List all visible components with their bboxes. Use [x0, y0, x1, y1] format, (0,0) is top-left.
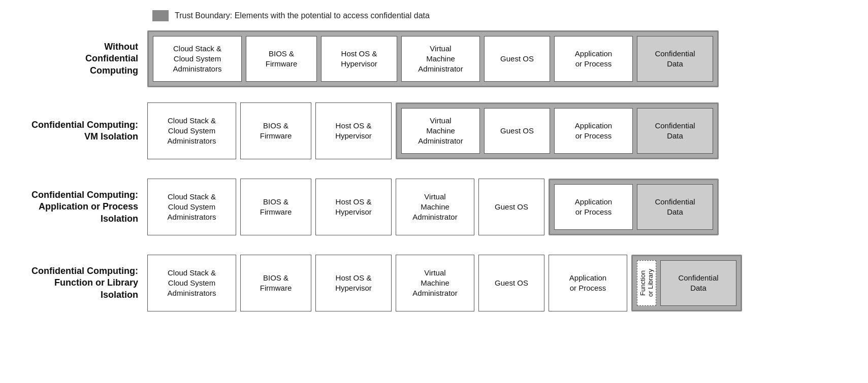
cell-funclib: Functionor Library [637, 260, 656, 306]
cell-cloud: Cloud Stack &Cloud SystemAdministrators [147, 179, 236, 235]
cell-app: Applicationor Process [554, 184, 633, 230]
row-content-3: Cloud Stack &Cloud SystemAdministratorsB… [147, 251, 853, 316]
outside-boundary: Cloud Stack &Cloud SystemAdministratorsB… [147, 179, 544, 235]
diagram-row-1: Confidential Computing:VM IsolationCloud… [15, 98, 853, 163]
trust-boundary-full: Cloud Stack &Cloud SystemAdministratorsB… [147, 30, 719, 87]
row-label-0: WithoutConfidentialComputing [15, 41, 147, 77]
row-label-3: Confidential Computing:Function or Libra… [15, 265, 147, 301]
cell-bios: BIOS &Firmware [240, 102, 311, 159]
outside-boundary: Cloud Stack &Cloud SystemAdministratorsB… [147, 255, 627, 311]
cell-hostos: Host OS &Hypervisor [315, 102, 392, 159]
cell-guestos: Guest OS [478, 179, 544, 235]
outside-boundary: Cloud Stack &Cloud SystemAdministratorsB… [147, 102, 392, 159]
func-library-row: Cloud Stack &Cloud SystemAdministratorsB… [147, 251, 742, 316]
diagram-container: WithoutConfidentialComputingCloud Stack … [15, 30, 853, 316]
cell-vm: VirtualMachineAdministrator [401, 108, 480, 154]
cell-guestos: Guest OS [484, 36, 550, 82]
diagram-row-2: Confidential Computing:Application or Pr… [15, 175, 853, 239]
partial-row: Cloud Stack &Cloud SystemAdministratorsB… [147, 98, 719, 163]
row-label-1: Confidential Computing:VM Isolation [15, 119, 147, 143]
cell-confdata: ConfidentialData [637, 36, 713, 82]
cell-guestos: Guest OS [478, 255, 544, 311]
cell-cloud: Cloud Stack &Cloud SystemAdministrators [147, 255, 236, 311]
partial-row: Cloud Stack &Cloud SystemAdministratorsB… [147, 175, 719, 239]
diagram-row-3: Confidential Computing:Function or Libra… [15, 251, 853, 316]
func-library-boundary: Functionor LibraryConfidentialData [631, 255, 742, 311]
cell-hostos: Host OS &Hypervisor [315, 179, 392, 235]
cell-vm: VirtualMachineAdministrator [396, 255, 474, 311]
cell-app: Applicationor Process [554, 108, 633, 154]
row-content-0: Cloud Stack &Cloud SystemAdministratorsB… [147, 30, 853, 87]
cell-cloud: Cloud Stack &Cloud SystemAdministrators [147, 102, 236, 159]
cell-bios: BIOS &Firmware [246, 36, 317, 82]
diagram-row-0: WithoutConfidentialComputingCloud Stack … [15, 30, 853, 87]
cell-confdata: ConfidentialData [637, 108, 713, 154]
cell-cloud: Cloud Stack &Cloud SystemAdministrators [153, 36, 242, 82]
row-label-2: Confidential Computing:Application or Pr… [15, 189, 147, 225]
cell-vm: VirtualMachineAdministrator [401, 36, 480, 82]
cell-hostos: Host OS &Hypervisor [315, 255, 392, 311]
inside-boundary: Applicationor ProcessConfidentialData [549, 179, 719, 235]
cell-bios: BIOS &Firmware [240, 255, 311, 311]
cell-hostos: Host OS &Hypervisor [321, 36, 397, 82]
legend-color-box [152, 10, 169, 21]
row-content-1: Cloud Stack &Cloud SystemAdministratorsB… [147, 98, 853, 163]
cell-bios: BIOS &Firmware [240, 179, 311, 235]
cell-confdata: ConfidentialData [637, 184, 713, 230]
legend-text: Trust Boundary: Elements with the potent… [175, 11, 430, 20]
cell-vm: VirtualMachineAdministrator [396, 179, 474, 235]
inside-boundary: VirtualMachineAdministratorGuest OSAppli… [396, 102, 719, 159]
legend: Trust Boundary: Elements with the potent… [152, 10, 853, 21]
cell-app: Applicationor Process [549, 255, 627, 311]
cell-confdata: ConfidentialData [660, 260, 736, 306]
cell-app: Applicationor Process [554, 36, 633, 82]
cell-guestos: Guest OS [484, 108, 550, 154]
row-content-2: Cloud Stack &Cloud SystemAdministratorsB… [147, 175, 853, 239]
